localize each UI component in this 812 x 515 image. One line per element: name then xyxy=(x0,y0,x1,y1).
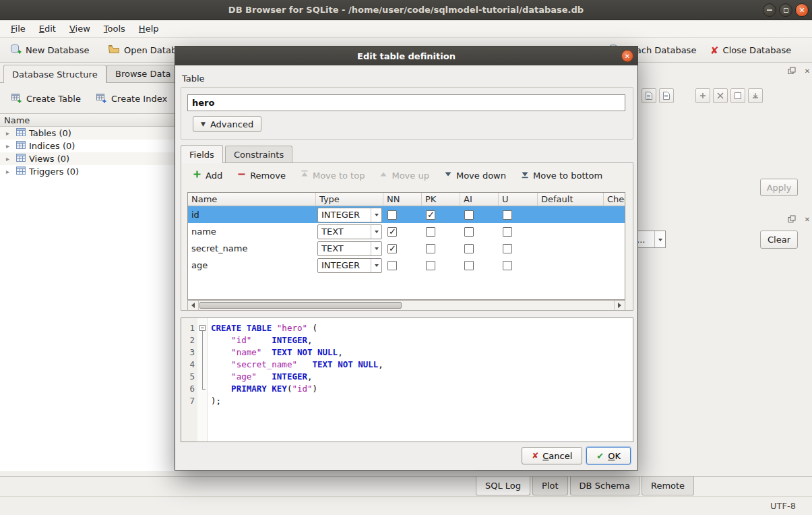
ai-checkbox[interactable] xyxy=(464,227,474,237)
tab-label: Database Structure xyxy=(12,69,98,80)
expand-arrow-icon[interactable]: ▸ xyxy=(6,129,13,137)
scroll-right-icon[interactable] xyxy=(614,301,625,310)
table-name-input[interactable] xyxy=(187,94,625,111)
type-value: INTEGER xyxy=(318,210,371,220)
nn-checkbox[interactable] xyxy=(387,210,397,220)
field-row-id[interactable]: id INTEGER xyxy=(188,206,625,223)
advanced-toggle-button[interactable]: ▼ Advanced xyxy=(193,116,261,132)
field-row-secret-name[interactable]: secret_name TEXT xyxy=(188,240,625,257)
dialog-titlebar[interactable]: Edit table definition ✕ xyxy=(175,47,637,65)
cell-toolbar-icon[interactable] xyxy=(730,88,745,103)
pk-checkbox[interactable] xyxy=(426,227,435,237)
new-database-button[interactable]: New Database xyxy=(7,41,92,59)
ai-checkbox[interactable] xyxy=(464,261,474,270)
field-name-cell[interactable]: age xyxy=(188,257,316,274)
bottom-tab-sql-log[interactable]: SQL Log xyxy=(476,477,530,495)
expand-arrow-icon[interactable]: ▸ xyxy=(6,142,13,150)
create-index-button[interactable]: Create Index xyxy=(90,90,173,108)
u-checkbox[interactable] xyxy=(503,244,512,253)
default-cell[interactable] xyxy=(538,240,604,257)
column-header-check[interactable]: Check xyxy=(604,193,625,206)
dock-close-icon[interactable]: ✕ xyxy=(803,66,812,75)
pk-checkbox[interactable] xyxy=(426,261,435,270)
pk-checkbox[interactable] xyxy=(426,244,435,253)
column-header-name[interactable]: Name xyxy=(188,193,316,206)
sql-line: "secret_name" TEXT NOT NULL, xyxy=(211,359,633,371)
dock-close-icon[interactable]: ✕ xyxy=(803,214,812,224)
move-down-button[interactable]: Move down xyxy=(438,168,512,183)
fold-minus-icon[interactable] xyxy=(199,325,206,331)
minimize-icon[interactable] xyxy=(763,3,776,17)
cell-toolbar-icon[interactable] xyxy=(713,88,728,103)
u-checkbox[interactable] xyxy=(503,261,512,270)
ai-checkbox[interactable] xyxy=(464,244,474,253)
cell-toolbar-icon[interactable] xyxy=(642,88,656,103)
expand-arrow-icon[interactable]: ▸ xyxy=(6,168,13,175)
field-name-cell[interactable]: name xyxy=(188,223,316,240)
sql-code[interactable]: CREATE TABLE "hero" ( "id" INTEGER, "nam… xyxy=(208,318,633,442)
menu-file[interactable]: File xyxy=(4,21,32,36)
ai-checkbox[interactable] xyxy=(464,210,474,220)
cell-toolbar-icon[interactable] xyxy=(659,88,674,103)
move-to-bottom-button[interactable]: Move to bottom xyxy=(515,168,608,183)
type-combo[interactable]: INTEGER xyxy=(317,258,382,273)
tab-browse-data[interactable]: Browse Data xyxy=(106,65,180,82)
cancel-button[interactable]: ✘ Cancel xyxy=(522,447,582,464)
field-name-cell[interactable]: secret_name xyxy=(188,240,316,257)
nn-checkbox[interactable] xyxy=(387,244,397,253)
cell-toolbar-icon[interactable] xyxy=(748,88,763,103)
menu-view[interactable]: View xyxy=(63,21,97,36)
encoding-indicator[interactable]: UTF-8 xyxy=(770,501,796,511)
scroll-left-icon[interactable] xyxy=(188,301,199,310)
check-cell[interactable] xyxy=(604,223,625,240)
u-checkbox[interactable] xyxy=(503,227,512,237)
ok-button[interactable]: ✔ OK xyxy=(586,447,631,464)
tab-fields[interactable]: Fields xyxy=(181,145,223,163)
bottom-tab-db-schema[interactable]: DB Schema xyxy=(570,477,639,495)
grid-horizontal-scrollbar[interactable] xyxy=(187,300,625,311)
column-header-pk[interactable]: PK xyxy=(422,193,460,206)
close-database-button[interactable]: ✘ Close Database xyxy=(708,41,794,59)
maximize-icon[interactable] xyxy=(779,3,792,17)
dock-float-icon[interactable] xyxy=(787,66,797,75)
scrollbar-handle[interactable] xyxy=(199,302,402,309)
check-cell[interactable] xyxy=(604,240,625,257)
cell-toolbar-icon[interactable] xyxy=(695,88,710,103)
type-combo[interactable]: INTEGER xyxy=(317,208,382,222)
close-icon[interactable]: ✕ xyxy=(795,3,809,17)
expand-arrow-icon[interactable]: ▸ xyxy=(6,155,13,162)
tab-database-structure[interactable]: Database Structure xyxy=(3,65,106,83)
tab-constraints[interactable]: Constraints xyxy=(225,146,292,163)
bottom-tab-plot[interactable]: Plot xyxy=(532,477,568,495)
add-button[interactable]: Add xyxy=(187,168,228,183)
field-row-name[interactable]: name TEXT xyxy=(188,223,625,240)
dock-float-icon[interactable] xyxy=(787,214,797,224)
clear-button[interactable]: Clear xyxy=(760,231,798,249)
field-name-cell[interactable]: id xyxy=(188,206,316,223)
default-cell[interactable] xyxy=(538,257,604,274)
column-header-default[interactable]: Default xyxy=(538,193,604,206)
pk-checkbox[interactable] xyxy=(426,210,435,220)
column-header-type[interactable]: Type xyxy=(316,193,383,206)
default-cell[interactable] xyxy=(538,206,604,223)
menu-edit[interactable]: Edit xyxy=(32,21,63,36)
field-row-age[interactable]: age INTEGER xyxy=(188,257,625,274)
u-checkbox[interactable] xyxy=(503,210,512,220)
window-titlebar[interactable]: DB Browser for SQLite - /home/user/code/… xyxy=(0,0,812,20)
default-cell[interactable] xyxy=(538,223,604,240)
type-combo[interactable]: TEXT xyxy=(317,241,382,256)
dialog-close-icon[interactable]: ✕ xyxy=(621,50,633,62)
bottom-tab-remote[interactable]: Remote xyxy=(642,477,694,495)
menu-tools[interactable]: Tools xyxy=(97,21,132,36)
check-cell[interactable] xyxy=(604,257,625,274)
remove-button[interactable]: Remove xyxy=(231,168,292,183)
nn-checkbox[interactable] xyxy=(387,227,397,237)
nn-checkbox[interactable] xyxy=(387,261,397,270)
menu-help[interactable]: Help xyxy=(132,21,166,36)
check-cell[interactable] xyxy=(604,206,625,223)
column-header-u[interactable]: U xyxy=(499,193,538,206)
column-header-ai[interactable]: AI xyxy=(460,193,499,206)
type-combo[interactable]: TEXT xyxy=(317,224,382,239)
column-header-nn[interactable]: NN xyxy=(383,193,422,206)
create-table-button[interactable]: Create Table xyxy=(5,90,86,108)
